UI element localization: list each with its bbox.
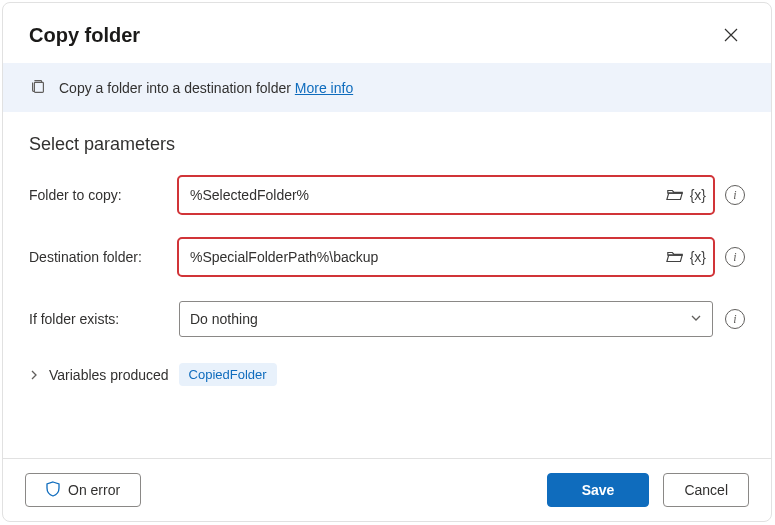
folder-to-copy-input-wrap[interactable]: {x} (179, 177, 713, 213)
svg-rect-0 (34, 82, 43, 92)
folder-to-copy-label: Folder to copy: (29, 187, 167, 203)
field-if-exists: If folder exists: Do nothing i (29, 301, 745, 337)
field-folder-to-copy: Folder to copy: {x} i (29, 177, 745, 213)
info-icon[interactable]: i (725, 247, 745, 267)
folder-to-copy-input[interactable] (190, 187, 666, 203)
variables-produced-label: Variables produced (49, 367, 169, 383)
info-banner: Copy a folder into a destination folder … (3, 63, 771, 112)
if-exists-value: Do nothing (190, 311, 258, 327)
parameters-section: Select parameters Folder to copy: {x} i … (3, 112, 771, 458)
dialog-copy-folder: Copy folder Copy a folder into a destina… (2, 2, 772, 522)
info-icon[interactable]: i (725, 185, 745, 205)
info-icon[interactable]: i (725, 309, 745, 329)
info-text: Copy a folder into a destination folder (59, 80, 295, 96)
variable-icon[interactable]: {x} (690, 187, 706, 203)
dialog-header: Copy folder (3, 3, 771, 63)
section-title: Select parameters (29, 134, 745, 155)
field-destination-folder: Destination folder: {x} i (29, 239, 745, 275)
on-error-button[interactable]: On error (25, 473, 141, 507)
right-buttons: Save Cancel (547, 473, 749, 507)
browse-folder-icon[interactable] (666, 249, 684, 265)
copy-icon (29, 77, 47, 98)
save-label: Save (582, 482, 615, 498)
cancel-button[interactable]: Cancel (663, 473, 749, 507)
destination-folder-input[interactable] (190, 249, 666, 265)
info-text-wrap: Copy a folder into a destination folder … (59, 80, 353, 96)
close-icon (724, 28, 738, 42)
dialog-footer: On error Save Cancel (3, 458, 771, 521)
folder-to-copy-icons: {x} (666, 187, 706, 203)
variables-produced-row: Variables produced CopiedFolder (29, 363, 745, 386)
destination-folder-label: Destination folder: (29, 249, 167, 265)
variable-chip[interactable]: CopiedFolder (179, 363, 277, 386)
if-exists-label: If folder exists: (29, 311, 167, 327)
on-error-label: On error (68, 482, 120, 498)
chevron-right-icon[interactable] (29, 367, 39, 383)
variable-icon[interactable]: {x} (690, 249, 706, 265)
destination-folder-input-wrap[interactable]: {x} (179, 239, 713, 275)
destination-folder-icons: {x} (666, 249, 706, 265)
close-button[interactable] (717, 21, 745, 49)
browse-folder-icon[interactable] (666, 187, 684, 203)
save-button[interactable]: Save (547, 473, 650, 507)
chevron-down-icon (690, 311, 702, 327)
if-exists-select[interactable]: Do nothing (179, 301, 713, 337)
more-info-link[interactable]: More info (295, 80, 353, 96)
shield-icon (46, 481, 60, 500)
dialog-title: Copy folder (29, 24, 140, 47)
cancel-label: Cancel (684, 482, 728, 498)
